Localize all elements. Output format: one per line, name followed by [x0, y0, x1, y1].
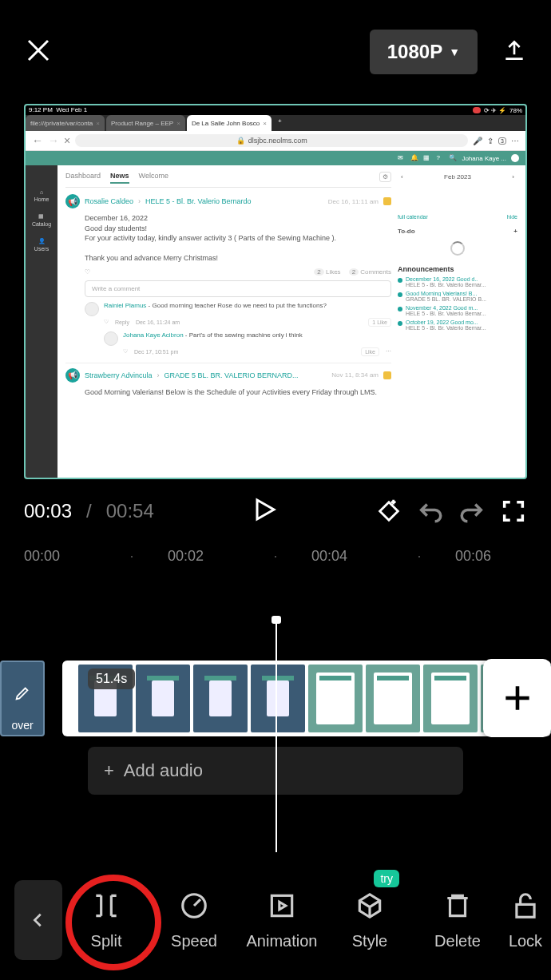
- resolution-dropdown[interactable]: 1080P ▼: [370, 30, 478, 74]
- mail-icon[interactable]: ✉: [398, 154, 406, 162]
- more-icon[interactable]: ⋯: [386, 348, 391, 355]
- cover-clip[interactable]: over: [0, 661, 45, 736]
- announcement-item[interactable]: Good Morning Valerians! B...GRADE 5 BL. …: [398, 291, 517, 302]
- flag-icon: [383, 197, 391, 205]
- comment-author[interactable]: Rainiel Plamus: [104, 302, 146, 309]
- url-bar: ← → × 🔒dlsjbc.neolms.com 🎤 ⇪ 3 ⋯: [26, 131, 525, 151]
- announcement-item[interactable]: October 19, 2022 Good mo...HELE 5 - Bl. …: [398, 319, 517, 331]
- comment-author[interactable]: Johana Kaye Acibron: [123, 331, 184, 339]
- like-button[interactable]: 1 Like: [368, 318, 391, 327]
- browser-tab[interactable]: file:///private/var/conta×: [26, 115, 105, 131]
- next-month-icon[interactable]: ›: [512, 173, 514, 181]
- more-icon[interactable]: ⋯: [511, 137, 519, 145]
- announcement-item[interactable]: November 4, 2022 Good m...HELE 5 - Bl. B…: [398, 305, 517, 316]
- sidebar-item-catalog[interactable]: ▦Catalog: [32, 213, 51, 227]
- feed-tabs: Dashboard News Welcome ⚙: [65, 172, 391, 188]
- sidebar-item-users[interactable]: 👤Users: [34, 238, 49, 252]
- side-panel: ‹ Feb 2023 › full calendar hide To-do + …: [398, 172, 517, 479]
- clip-thumbnail: [423, 665, 478, 732]
- plus-icon: +: [104, 760, 114, 781]
- edit-toolbar: Split Speed Animation try Style Delete L…: [0, 860, 551, 980]
- svg-rect-1: [272, 895, 291, 915]
- sidebar-item-home[interactable]: ⌂Home: [34, 189, 50, 202]
- clip-thumbnail: [308, 665, 363, 732]
- post-author[interactable]: Rosalie Caldeo: [85, 197, 133, 205]
- heart-icon[interactable]: ♡: [123, 348, 128, 355]
- user-label[interactable]: Johana Kaye ...: [462, 155, 506, 162]
- add-clip-button[interactable]: [483, 659, 551, 737]
- delete-tool[interactable]: Delete: [414, 891, 501, 950]
- clip-thumbnail: [193, 665, 248, 732]
- feed-post: 📢 Strawberry Advincula › GRADE 5 BL. BR.…: [65, 363, 391, 398]
- speed-label: Speed: [171, 932, 217, 950]
- cover-label: over: [11, 719, 33, 732]
- export-button[interactable]: [501, 38, 527, 66]
- like-button[interactable]: Like: [361, 347, 379, 356]
- back-arrow-icon[interactable]: ←: [32, 134, 43, 147]
- grid-icon: ▦: [38, 213, 44, 220]
- browser-tab[interactable]: Product Range – EEP×: [106, 115, 185, 131]
- full-calendar-link[interactable]: full calendar: [398, 214, 428, 220]
- bell-icon[interactable]: 🔔: [410, 154, 418, 162]
- hide-link[interactable]: hide: [507, 214, 517, 220]
- svg-rect-2: [517, 904, 534, 917]
- new-tab-button[interactable]: +: [273, 115, 287, 131]
- post-time: Dec 16, 11:11 am: [328, 198, 379, 205]
- lock-tool[interactable]: Lock: [501, 891, 549, 950]
- stop-icon[interactable]: ×: [64, 134, 70, 147]
- comment-input[interactable]: Write a comment: [85, 280, 391, 297]
- reply-link[interactable]: Reply: [115, 319, 129, 325]
- style-tool[interactable]: try Style: [326, 891, 414, 950]
- add-audio-label: Add audio: [124, 760, 203, 781]
- fullscreen-button[interactable]: [500, 498, 527, 525]
- todo-header: To-do: [398, 228, 415, 235]
- add-todo-icon[interactable]: +: [513, 228, 517, 235]
- help-icon[interactable]: ?: [436, 154, 444, 162]
- search-icon[interactable]: 🔍: [449, 154, 457, 162]
- undo-button[interactable]: [417, 498, 444, 525]
- heart-icon[interactable]: ♡: [104, 319, 109, 325]
- forward-arrow-icon[interactable]: →: [48, 134, 59, 147]
- address-input[interactable]: 🔒dlsjbc.neolms.com: [75, 134, 468, 147]
- split-tool[interactable]: Split: [62, 891, 150, 950]
- speed-tool[interactable]: Speed: [150, 891, 238, 950]
- share-icon[interactable]: ⇪: [487, 137, 494, 145]
- browser-tab-active[interactable]: De La Salle John Bosco×: [187, 115, 272, 131]
- post-class[interactable]: HELE 5 - Bl. Br. Valerio Bernardo: [145, 197, 251, 205]
- lms-sidebar: ⌂Home ▦Catalog 👤Users: [26, 165, 57, 479]
- heart-icon[interactable]: ♡: [85, 268, 90, 276]
- avatar[interactable]: [511, 154, 519, 162]
- tab-news[interactable]: News: [110, 172, 129, 184]
- video-preview[interactable]: 9:12 PM Wed Feb 1 ⟳ ✈ ⚡78% file:///priva…: [24, 104, 527, 479]
- playhead[interactable]: [276, 621, 277, 852]
- time-separator: /: [86, 500, 92, 522]
- edit-icon: [14, 684, 31, 704]
- tabs-count-icon[interactable]: 3: [498, 137, 506, 145]
- flag-icon: [383, 371, 391, 379]
- comment-time: Dec 16, 11:24 am: [136, 319, 180, 325]
- clip-duration-badge: 51.4s: [88, 669, 135, 689]
- announcement-item[interactable]: December 16, 2022 Good d..HELE 5 - Bl. B…: [398, 276, 517, 288]
- tab-dashboard[interactable]: Dashboard: [65, 172, 101, 184]
- animation-tool[interactable]: Animation: [238, 891, 326, 950]
- try-badge: try: [374, 870, 399, 887]
- toolbar-back-button[interactable]: [14, 880, 62, 960]
- calendar-month: Feb 2023: [444, 173, 471, 181]
- close-button[interactable]: [24, 36, 53, 68]
- post-class[interactable]: GRADE 5 BL. BR. VALERIO BERNARD...: [165, 371, 299, 379]
- timeline[interactable]: 00:00 · 00:02 · 00:04 · 00:06 over 51.4s: [0, 543, 551, 836]
- post-author[interactable]: Strawberry Advincula: [85, 371, 153, 379]
- tab-welcome[interactable]: Welcome: [139, 172, 168, 184]
- keyframe-button[interactable]: [375, 498, 402, 525]
- gear-icon[interactable]: ⚙: [379, 172, 391, 182]
- redo-button[interactable]: [458, 498, 486, 525]
- feed-post: 📢 Rosalie Caldeo › HELE 5 - Bl. Br. Vale…: [65, 194, 391, 356]
- calendar-icon[interactable]: ▦: [423, 154, 431, 162]
- lock-label: Lock: [509, 932, 542, 950]
- play-button[interactable]: [250, 495, 279, 527]
- video-track[interactable]: [62, 661, 551, 736]
- prev-month-icon[interactable]: ‹: [401, 173, 403, 181]
- comment-time: Dec 17, 10:51 pm: [134, 349, 178, 355]
- mic-icon[interactable]: 🎤: [473, 137, 482, 145]
- clip-thumbnail: [136, 665, 190, 732]
